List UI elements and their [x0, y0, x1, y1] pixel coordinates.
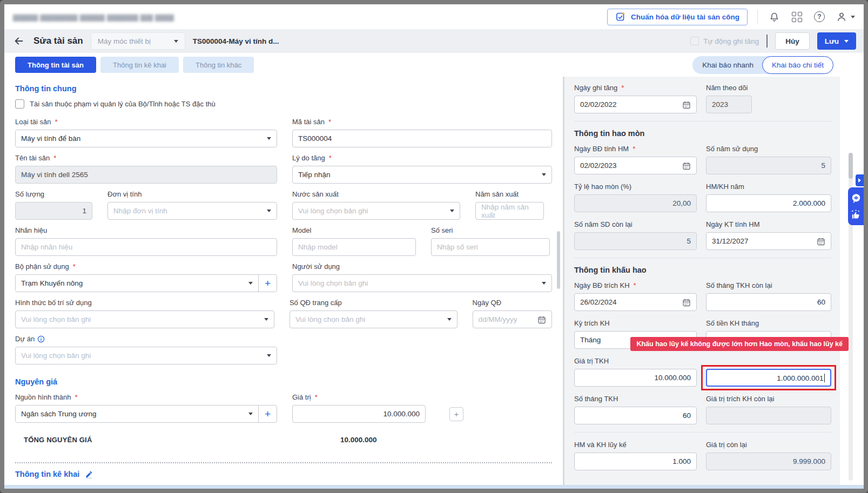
serial-input[interactable]: Nhập số seri [431, 238, 550, 256]
field-funding-source: Nguồn hình thành* Ngân sách Trung ương + [15, 393, 277, 423]
depreciation-panel: Ngày ghi tăng* 02/02/2022 Năm theo dõi 2… [564, 77, 840, 489]
tab-declaration-info[interactable]: Thông tin kê khai [100, 57, 179, 73]
section-declaration-info: Thông tin kê khai [15, 470, 552, 478]
info-icon[interactable] [37, 335, 45, 343]
residual-value-input: 9.999.000 [706, 453, 831, 470]
asset-code-input[interactable]: TS000004 [292, 130, 552, 147]
field-manufacture-year: Năm sản xuất Nhập năm sản xuất [475, 190, 544, 220]
field-country: Nước sản xuất Vui lòng chọn bản ghi [292, 190, 460, 220]
using-department-select[interactable]: Trạm Khuyến nông [16, 275, 258, 292]
depreciation-value-input[interactable]: 10.000.000 [574, 369, 697, 387]
add-funding-source-button[interactable]: + [258, 406, 277, 422]
record-increase-date-input[interactable]: 02/02/2022 [574, 96, 697, 113]
field-asset-type: Loại tài sản* Máy vi tính để bàn [15, 117, 277, 147]
calendar-icon[interactable] [682, 298, 691, 307]
field-annual-wear-amount: HM/KH năm 2.000.000 [706, 182, 831, 212]
calendar-icon[interactable] [682, 161, 691, 170]
top-bar: ▆▆▆▆ ▆▆▆▆▆▆ ▆▆▆▆ ▆▆▆▆▆ ▆▆ ▆▆▆ Chuẩn hóa … [4, 4, 864, 29]
user-menu[interactable] [836, 11, 855, 23]
field-residual-value: Giá trị còn lại 9.999.000 [706, 440, 831, 470]
value-input[interactable]: 10.000.000 [292, 405, 426, 423]
calendar-icon[interactable] [817, 237, 825, 246]
detailed-declare-option[interactable]: Khai báo chi tiết [762, 56, 833, 74]
unit-select[interactable]: Nhập đơn vị tính [107, 202, 277, 220]
required-marker: * [315, 393, 318, 401]
field-accumulated-wear-depreciation: HM và KH lũy kế 1.000 [574, 440, 697, 470]
field-record-increase-date: Ngày ghi tăng* 02/02/2022 [574, 83, 697, 113]
asset-type-select[interactable]: Máy vi tính để bàn [15, 130, 277, 147]
collapse-panel-chevron[interactable] [856, 174, 864, 186]
depreciation-panel-column: Khai báo nhanh Khai báo chi tiết Ngày gh… [564, 53, 864, 489]
chevron-right-icon [858, 178, 861, 183]
assistant-dock [848, 187, 864, 225]
project-select[interactable]: Vui lòng chọn bản ghi [15, 347, 277, 364]
country-select[interactable]: Vui lòng chọn bản ghi [292, 202, 460, 220]
user-select[interactable]: Vui lòng chọn bản ghi [292, 274, 552, 292]
total-original-cost-row: TỔNG NGUYÊN GIÁ 10.000.000 [15, 436, 552, 444]
asset-reference: TS000004-Máy vi tính d... [193, 37, 279, 45]
save-button[interactable]: Lưu [817, 32, 856, 50]
depreciation-start-date-input[interactable]: 26/02/2024 [574, 293, 697, 311]
field-user: Người sử dụng Vui lòng chọn bản ghi [292, 262, 552, 292]
remaining-depreciation-months-input[interactable]: 60 [706, 293, 831, 311]
quick-declare-option[interactable]: Khai báo nhanh [702, 61, 753, 69]
calendar-icon[interactable] [682, 100, 691, 109]
field-using-department: Bộ phận sử dụng* Trạm Khuyến nông + [15, 262, 277, 292]
back-button[interactable] [12, 34, 26, 48]
brand-input[interactable]: Nhập nhãn hiệu [15, 238, 277, 256]
divider [574, 121, 831, 121]
declaration-mode-toggle: Khai báo nhanh Khai báo chi tiết [692, 56, 833, 74]
decision-number-select[interactable]: Vui lòng chọn bản ghi [290, 310, 457, 328]
model-input[interactable]: Nhập model [292, 238, 416, 256]
chat-assistant-icon[interactable] [851, 193, 862, 204]
field-usage-arrangement: Hình thức bố trí sử dụng Vui lòng chọn b… [15, 298, 274, 328]
add-department-button[interactable]: + [258, 275, 277, 292]
required-marker: * [634, 281, 636, 289]
checkbox-icon [15, 99, 24, 109]
auto-record-checkbox[interactable]: Tự động ghi tăng [690, 37, 759, 45]
text-cursor [824, 374, 825, 382]
tab-other-info[interactable]: Thông tin khác [183, 57, 254, 73]
cancel-button[interactable]: Hủy [775, 32, 810, 50]
wear-end-date-input[interactable]: 31/12/2027 [706, 232, 831, 250]
accumulated-wear-depreciation-input[interactable]: 1.000 [574, 453, 697, 470]
field-depreciation-months: Số tháng TKH 60 [574, 394, 697, 424]
divider [574, 432, 831, 433]
content-area: Thông tin tài sản Thông tin kê khai Thôn… [4, 53, 864, 489]
dotted-divider [15, 462, 552, 463]
required-marker: * [329, 154, 332, 162]
notification-bell-icon[interactable] [768, 10, 780, 23]
field-tracking-year: Năm theo dõi 2023 [706, 83, 752, 113]
scrollbar-thumb[interactable] [849, 153, 853, 179]
add-value-row-button[interactable]: + [449, 407, 463, 421]
caret-down-icon [267, 354, 271, 357]
field-depreciation-start-date: Ngày BĐ trích KH* 26/02/2024 [574, 281, 697, 311]
funding-source-select[interactable]: Ngân sách Trung ương [16, 406, 258, 422]
field-useful-life-years: Số năm sử dụng 5 [706, 144, 831, 174]
organization-title: ▆▆▆▆ ▆▆▆▆▆▆ ▆▆▆▆ ▆▆▆▆▆ ▆▆ ▆▆▆ [13, 12, 174, 22]
tab-asset-info[interactable]: Thông tin tài sản [15, 57, 96, 73]
field-decision-date: Ngày QĐ dd/MM/yyyy [473, 298, 552, 328]
depreciation-months-input[interactable]: 60 [574, 407, 697, 424]
help-icon[interactable]: ? [813, 10, 826, 23]
field-asset-name: Tên tài sản* Máy vi tính dell 2565 [15, 153, 277, 184]
standardize-data-button[interactable]: Chuẩn hóa dữ liệu tài sản công [607, 9, 748, 25]
scope-checkbox[interactable]: Tài sản thuộc phạm vi quản lý của Bộ/Tỉn… [15, 99, 552, 109]
left-panel-scrollbar-thumb[interactable] [557, 231, 560, 289]
caret-down-icon [264, 318, 268, 321]
apps-grid-icon[interactable] [790, 10, 803, 23]
document-star-icon [615, 11, 626, 22]
feedback-thumbs-up-icon[interactable] [851, 209, 862, 220]
annual-wear-amount-input[interactable]: 2.000.000 [706, 194, 831, 212]
asset-category-dropdown[interactable]: Máy móc thiết bị [91, 32, 185, 50]
field-asset-code: Mã tài sản* TS000004 [292, 117, 552, 147]
accumulated-depreciation-input[interactable]: 1.000.000.001 [706, 369, 831, 387]
increase-reason-select[interactable]: Tiếp nhận [292, 166, 552, 184]
field-brand: Nhãn hiệu Nhập nhãn hiệu [15, 226, 277, 256]
edit-pencil-icon[interactable] [85, 470, 93, 478]
usage-arrangement-select[interactable]: Vui lòng chọn bản ghi [15, 310, 274, 328]
manufacture-year-input[interactable]: Nhập năm sản xuất [475, 202, 544, 220]
decision-date-input[interactable]: dd/MM/yyyy [473, 310, 552, 328]
calendar-icon[interactable] [537, 315, 546, 324]
wear-start-date-input[interactable]: 02/02/2023 [574, 157, 697, 174]
